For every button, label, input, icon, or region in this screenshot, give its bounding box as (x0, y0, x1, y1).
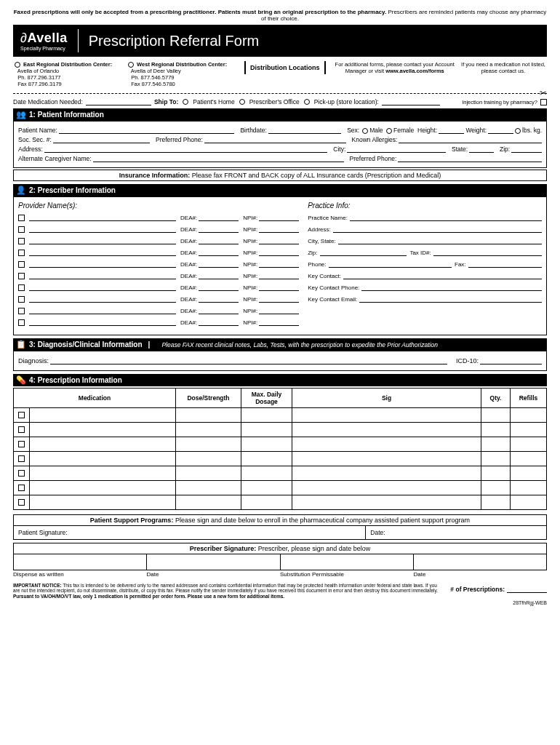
rx-sig-field[interactable] (292, 481, 481, 495)
provider-name-field[interactable] (29, 260, 176, 268)
rx-maxdose-field[interactable] (241, 408, 292, 423)
practice-fax-field[interactable] (468, 260, 542, 268)
npi-field[interactable] (259, 249, 299, 256)
rx-dose-field[interactable] (176, 466, 241, 481)
rx-maxdose-field[interactable] (241, 481, 292, 495)
npi-field[interactable] (259, 226, 299, 233)
rx-maxdose-field[interactable] (241, 466, 292, 481)
provider-name-field[interactable] (29, 319, 176, 326)
rx-qty-field[interactable] (481, 452, 511, 466)
rx-qty-field[interactable] (481, 495, 511, 510)
practice-phone-field[interactable] (329, 260, 452, 268)
date-needed-field[interactable] (86, 98, 151, 105)
rx-dose-field[interactable] (176, 437, 241, 452)
rx-refills-field[interactable] (511, 466, 547, 481)
rx-dose-field[interactable] (176, 423, 241, 437)
rx-qty-field[interactable] (481, 481, 511, 495)
rx-med-field[interactable] (30, 437, 176, 452)
provider-name-field[interactable] (29, 307, 176, 314)
dea-field[interactable] (199, 295, 239, 303)
provider-name-field[interactable] (29, 284, 176, 291)
store-location-field[interactable] (382, 98, 440, 105)
dea-field[interactable] (199, 237, 239, 244)
dea-field[interactable] (199, 226, 239, 233)
dea-field[interactable] (199, 249, 239, 256)
patient-sig-date-field[interactable]: Date: (366, 526, 546, 539)
key-phone-field[interactable] (361, 284, 542, 291)
rx-checkbox[interactable] (18, 485, 25, 491)
provider-checkbox[interactable] (18, 296, 25, 303)
weight-field[interactable] (488, 127, 513, 134)
provider-name-field[interactable] (29, 237, 176, 244)
provider-name-field[interactable] (29, 249, 176, 256)
ship-pickup-radio[interactable] (304, 99, 310, 105)
dea-field[interactable] (199, 214, 239, 221)
sex-male-radio[interactable] (362, 128, 368, 134)
key-contact-field[interactable] (343, 272, 542, 279)
sub-sig-field[interactable] (281, 554, 414, 570)
dea-field[interactable] (199, 260, 239, 268)
rx-checkbox[interactable] (18, 455, 25, 462)
rx-checkbox[interactable] (18, 470, 25, 477)
practice-zip-field[interactable] (320, 249, 407, 256)
rx-sig-field[interactable] (292, 495, 481, 510)
lbs-radio[interactable] (515, 128, 521, 134)
provider-name-field[interactable] (29, 214, 176, 221)
injection-training-checkbox[interactable] (540, 99, 547, 105)
west-radio[interactable] (128, 62, 134, 68)
provider-checkbox[interactable] (18, 319, 25, 326)
diagnosis-field[interactable] (50, 357, 447, 364)
rx-med-field[interactable] (30, 452, 176, 466)
rx-maxdose-field[interactable] (241, 495, 292, 510)
practice-name-field[interactable] (350, 214, 542, 221)
provider-checkbox[interactable] (18, 226, 25, 233)
provider-checkbox[interactable] (18, 215, 25, 221)
rx-qty-field[interactable] (481, 423, 511, 437)
npi-field[interactable] (259, 237, 299, 244)
dea-field[interactable] (199, 272, 239, 279)
rx-dose-field[interactable] (176, 481, 241, 495)
birthdate-field[interactable] (268, 127, 341, 134)
rx-sig-field[interactable] (292, 437, 481, 452)
provider-name-field[interactable] (29, 272, 176, 279)
rx-refills-field[interactable] (511, 452, 547, 466)
rx-dose-field[interactable] (176, 495, 241, 510)
zip-field[interactable] (511, 146, 542, 153)
rx-med-field[interactable] (30, 423, 176, 437)
rx-med-field[interactable] (30, 495, 176, 510)
ssn-field[interactable] (53, 136, 150, 143)
patient-name-field[interactable] (59, 127, 235, 134)
rx-refills-field[interactable] (511, 481, 547, 495)
provider-checkbox[interactable] (18, 273, 25, 279)
rx-sig-field[interactable] (292, 452, 481, 466)
rx-checkbox[interactable] (18, 441, 25, 447)
patient-signature-field[interactable]: Patient Signature: (14, 526, 366, 539)
provider-checkbox[interactable] (18, 261, 25, 268)
num-rx-field[interactable] (507, 586, 547, 593)
npi-field[interactable] (259, 260, 299, 268)
key-email-field[interactable] (359, 295, 542, 303)
icd10-field[interactable] (480, 357, 542, 364)
provider-checkbox[interactable] (18, 238, 25, 244)
provider-checkbox[interactable] (18, 284, 25, 291)
npi-field[interactable] (259, 272, 299, 279)
rx-maxdose-field[interactable] (241, 423, 292, 437)
rx-dose-field[interactable] (176, 452, 241, 466)
rx-maxdose-field[interactable] (241, 437, 292, 452)
pref-phone-field[interactable] (204, 136, 346, 143)
ship-home-radio[interactable] (183, 99, 188, 105)
daw-date-field[interactable] (147, 554, 280, 570)
dea-field[interactable] (199, 284, 239, 291)
rx-checkbox[interactable] (18, 426, 25, 433)
dea-field[interactable] (199, 307, 239, 314)
tax-id-field[interactable] (433, 249, 542, 256)
allergies-field[interactable] (399, 136, 542, 143)
rx-refills-field[interactable] (511, 423, 547, 437)
rx-sig-field[interactable] (292, 466, 481, 481)
rx-maxdose-field[interactable] (241, 452, 292, 466)
rx-med-field[interactable] (30, 466, 176, 481)
rx-qty-field[interactable] (481, 466, 511, 481)
provider-checkbox[interactable] (18, 308, 25, 314)
east-radio[interactable] (15, 62, 20, 68)
rx-sig-field[interactable] (292, 408, 481, 423)
